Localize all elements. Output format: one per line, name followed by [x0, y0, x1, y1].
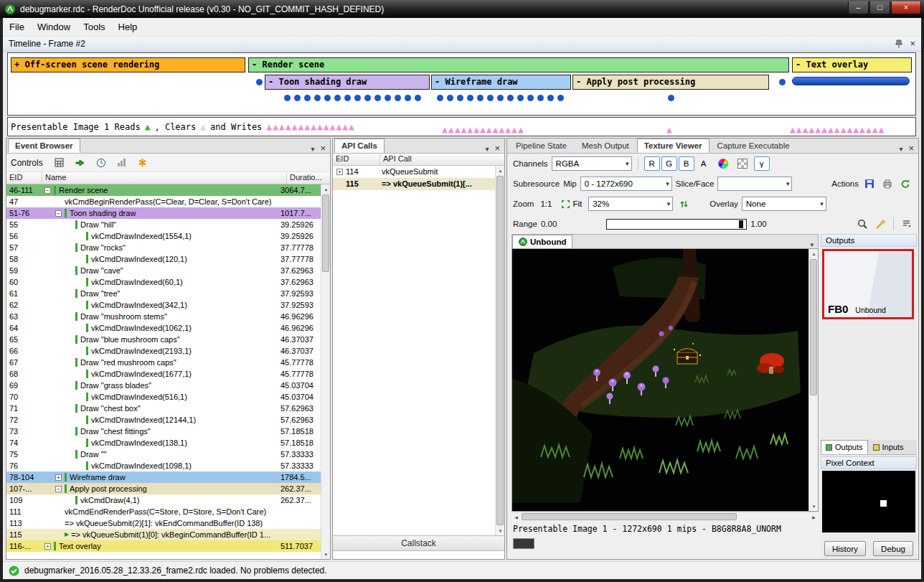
slice-face-dropdown[interactable]: ▾ — [717, 177, 792, 191]
column-eid[interactable]: EID — [6, 172, 42, 184]
debug-button[interactable]: Debug — [873, 541, 913, 556]
panel-menu-icon[interactable]: ▾ — [311, 145, 314, 153]
channel-g-button[interactable]: G — [661, 156, 677, 171]
event-row[interactable]: 78-104+Wireframe draw1784.5... — [6, 471, 321, 483]
scroll-down-icon[interactable]: ▼ — [321, 550, 331, 559]
event-browser-scrollbar[interactable]: ▲ ▼ — [321, 184, 330, 559]
refresh-icon[interactable] — [898, 177, 913, 191]
minimize-button[interactable]: – — [848, 1, 869, 14]
tab-event-browser[interactable]: Event Browser — [8, 139, 80, 153]
texture-hscrollbar[interactable]: ◀ ▶ — [512, 512, 819, 521]
autofit-wand-icon[interactable] — [873, 217, 887, 231]
event-row[interactable]: 76vkCmdDrawIndexed(1098,1)57.33333 — [6, 460, 321, 471]
event-dot[interactable] — [527, 95, 534, 101]
texture-vscrollbar[interactable]: ▲ ▼ — [808, 249, 818, 511]
goto-event-icon[interactable] — [73, 156, 88, 170]
event-row[interactable]: 66vkCmdDrawIndexed(2193,1)46.37037 — [6, 345, 321, 357]
event-dot[interactable] — [354, 95, 361, 101]
timeline-bar[interactable]: - Wireframe draw — [431, 75, 571, 90]
tab-mesh-output[interactable]: Mesh Output — [575, 139, 636, 153]
event-dot[interactable] — [517, 95, 524, 101]
api-columns-header[interactable]: EID API Call — [333, 154, 504, 166]
event-dot[interactable] — [304, 95, 311, 101]
column-name[interactable]: Name — [42, 172, 287, 184]
event-row[interactable]: 111vkCmdEndRenderPass(C=Store, D=Store, … — [6, 506, 321, 517]
event-dot[interactable] — [324, 95, 331, 101]
tree-toggle-icon[interactable]: + — [44, 543, 51, 550]
event-row[interactable]: 72vkCmdDrawIndexed(12144,1)57.62963 — [6, 414, 321, 426]
scrollbar-thumb[interactable] — [810, 259, 817, 395]
event-row[interactable]: 75Draw ""57.33333 — [6, 449, 321, 460]
bookmark-icon[interactable] — [136, 156, 150, 170]
mip-dropdown[interactable]: 0 - 1272x690 ▾ — [580, 177, 672, 191]
time-draws-icon[interactable] — [94, 156, 108, 170]
range-options-icon[interactable] — [900, 217, 914, 231]
zoom-1-1-button[interactable]: 1:1 — [537, 197, 555, 211]
event-row[interactable]: 61Draw "tree"37.92593 — [6, 288, 321, 299]
pin-icon[interactable] — [895, 39, 902, 49]
event-row[interactable]: 71Draw "chest box"57.62963 — [6, 403, 321, 414]
event-dot[interactable] — [547, 95, 554, 101]
channels-dropdown[interactable]: RGBA ▾ — [552, 156, 632, 171]
event-row[interactable]: 56vkCmdDrawIndexed(1554,1)39.25926 — [6, 230, 321, 242]
event-dot[interactable] — [557, 95, 564, 101]
event-row[interactable]: 116-...+Text overlay511.7037 — [6, 540, 321, 552]
scroll-right-icon[interactable]: ▶ — [809, 512, 819, 522]
event-dot[interactable] — [334, 95, 341, 101]
event-row[interactable]: 47vkCmdBeginRenderPass(C=Clear, D=Clear,… — [6, 196, 321, 207]
export-icon[interactable] — [880, 177, 895, 191]
scroll-down-icon[interactable]: ▼ — [496, 526, 505, 535]
timeline-bar[interactable]: - Toon shading draw — [265, 75, 430, 90]
event-dot[interactable] — [385, 95, 391, 101]
tab-pipeline-state[interactable]: Pipeline State — [509, 139, 574, 153]
panel-close-icon[interactable]: × — [320, 144, 326, 153]
timeline-bar[interactable]: - Apply post processing — [572, 75, 769, 90]
tab-inputs[interactable]: Inputs — [868, 440, 909, 454]
zoom-dropdown[interactable]: 32% ▾ — [588, 197, 673, 211]
scroll-up-icon[interactable]: ▲ — [321, 184, 331, 194]
tab-outputs[interactable]: Outputs — [821, 440, 868, 454]
event-row[interactable]: 69Draw "grass blades"45.03704 — [6, 380, 321, 391]
event-row[interactable]: 65Draw "blue mushroom caps"46.37037 — [6, 334, 321, 345]
title-bar[interactable]: debugmarker.rdc - RenderDoc Unofficial r… — [0, 0, 924, 18]
tree-toggle-icon[interactable]: − — [55, 210, 62, 217]
tree-toggle-icon[interactable]: − — [55, 486, 62, 492]
panel-close-icon[interactable]: × — [494, 144, 500, 153]
menu-window[interactable]: Window — [31, 19, 77, 34]
scrollbar-thumb[interactable] — [496, 176, 504, 525]
channel-b-button[interactable]: B — [679, 156, 694, 171]
event-row[interactable]: 59Draw "cave"37.62963 — [6, 265, 321, 276]
column-api-call[interactable]: API Call — [380, 154, 504, 165]
scroll-up-icon[interactable]: ▲ — [809, 249, 819, 258]
range-slider-handle[interactable] — [739, 220, 743, 228]
event-dot[interactable] — [374, 95, 381, 101]
find-event-icon[interactable] — [52, 156, 67, 170]
event-dot[interactable] — [457, 95, 463, 101]
texture-display[interactable]: ▲ ▼ — [512, 248, 819, 512]
api-calls-scrollbar[interactable]: ▲ ▼ — [495, 166, 504, 535]
scroll-up-icon[interactable]: ▲ — [496, 166, 505, 175]
tab-texture-viewer[interactable]: Texture Viewer — [637, 139, 710, 153]
flip-y-icon[interactable] — [676, 197, 691, 211]
event-dot[interactable] — [477, 95, 484, 101]
scroll-left-icon[interactable]: ◀ — [512, 512, 521, 522]
event-row[interactable]: 51-76−Toon shading draw1017.7... — [6, 207, 321, 219]
timeline-canvas[interactable]: + Off-screen scene rendering- Render sce… — [7, 52, 916, 116]
timeline-bar[interactable]: + Off-screen scene rendering — [11, 57, 245, 72]
event-dot[interactable] — [507, 95, 514, 101]
event-dot[interactable] — [256, 79, 263, 85]
tree-toggle-icon[interactable]: − — [44, 187, 51, 194]
color-wheel-button[interactable] — [715, 156, 731, 171]
event-dot[interactable] — [668, 95, 674, 101]
event-dot[interactable] — [395, 95, 401, 101]
range-zoom-icon[interactable] — [855, 217, 869, 231]
tree-toggle-icon[interactable]: + — [55, 474, 62, 481]
event-row[interactable]: 57Draw "rocks"37.77778 — [6, 242, 321, 253]
event-row[interactable]: 113=> vkQueueSubmit(2)[1]: vkEndCommandB… — [6, 517, 321, 529]
texture-tab-list-icon[interactable]: ▾ — [810, 241, 814, 248]
channel-a-button[interactable]: A — [696, 156, 712, 171]
channel-r-button[interactable]: R — [644, 156, 660, 171]
tree-toggle-icon[interactable]: + — [336, 169, 343, 175]
event-row[interactable]: 67Draw "red mushroom caps"45.77778 — [6, 357, 321, 368]
event-dot[interactable] — [437, 95, 443, 101]
